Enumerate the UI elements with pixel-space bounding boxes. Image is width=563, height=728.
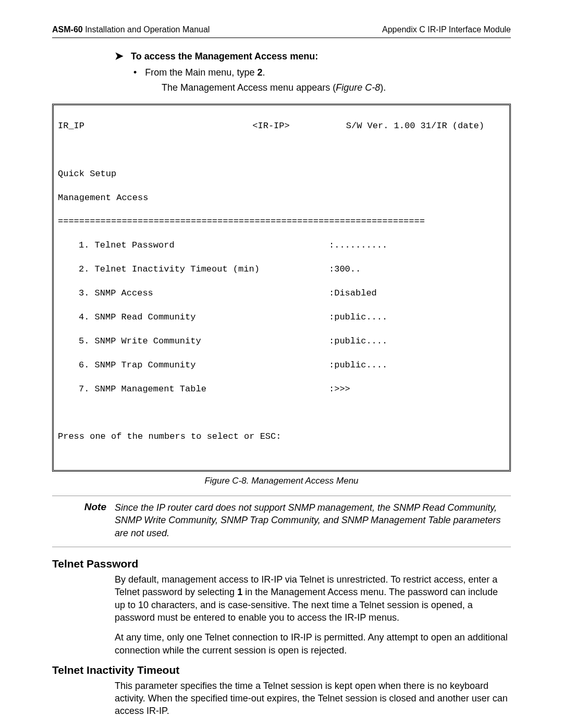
term-row: 7. SNMP Management Table:>>> [58,384,505,396]
term-line-quicksetup: Quick Setup [58,168,505,180]
header-left: ASM-60 Installation and Operation Manual [52,25,210,34]
term-row: 5. SNMP Write Community:public.... [58,336,505,348]
term-row: 4. SNMP Read Community:public.... [58,312,505,324]
telnet-password-p1: By default, management access to IR-IP v… [115,573,511,624]
term-header-right: S/W Ver. 1.00 31/IR (date) [342,120,505,132]
procedure-title-line: ➤ To access the Management Access menu: [115,51,511,62]
term-line-mgmtaccess: Management Access [58,192,505,204]
term-header-left: IR_IP [58,120,200,132]
term-row: 2. Telnet Inactivity Timeout (min):300.. [58,264,505,276]
procedure-title: To access the Management Access menu: [131,51,318,62]
product-name: ASM-60 [52,25,83,34]
procedure-step-text: From the Main menu, type 2. [145,67,265,78]
note-label: Note [52,501,115,539]
heading-telnet-timeout: Telnet Inactivity Timeout [52,664,511,676]
procedure-arrow-icon: ➤ [115,51,124,61]
term-divider: ========================================… [58,216,505,228]
figure-caption: Figure C-8. Management Access Menu [52,476,511,486]
telnet-password-p2: At any time, only one Telnet connection … [115,631,511,657]
term-row: 3. SNMP Access:Disabled [58,288,505,300]
bullet-icon: • [133,68,137,77]
telnet-timeout-p1: This parameter specifies the time a Teln… [115,680,511,718]
note-text: Since the IP router card does not suppor… [115,501,511,539]
term-row: 1. Telnet Password:.......... [58,240,505,252]
procedure-block: ➤ To access the Management Access menu: … [115,51,511,93]
terminal-screen: IR_IP<IR-IP>S/W Ver. 1.00 31/IR (date) Q… [52,104,511,472]
procedure-step: • From the Main menu, type 2. [133,67,511,78]
note-block: Note Since the IP router card does not s… [52,496,511,547]
term-header-center: <IR-IP> [200,120,342,132]
procedure-result: The Management Access menu appears (Figu… [162,82,511,93]
page-header: ASM-60 Installation and Operation Manual… [52,25,511,38]
manual-title: Installation and Operation Manual [85,25,210,34]
header-right: Appendix C IR-IP Interface Module [382,25,511,34]
heading-telnet-password: Telnet Password [52,558,511,570]
term-row: 6. SNMP Trap Community:public.... [58,360,505,372]
term-prompt: Press one of the numbers to select or ES… [58,431,505,443]
